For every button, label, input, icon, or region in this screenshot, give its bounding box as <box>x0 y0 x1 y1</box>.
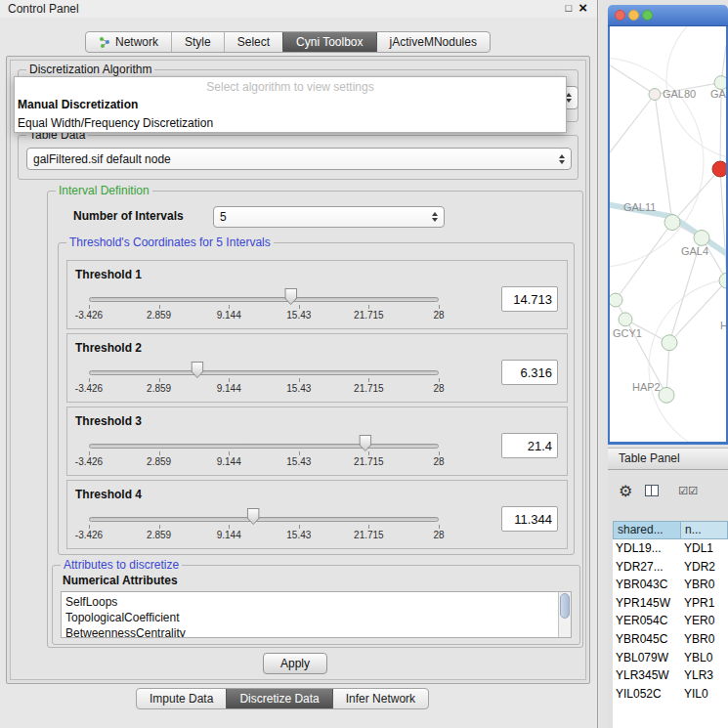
zoom-window-icon[interactable] <box>642 10 653 21</box>
slider-track[interactable] <box>89 444 439 449</box>
table-row[interactable]: YBL079WYBL0 <box>613 649 728 667</box>
table-row[interactable]: YBR043CYBR0 <box>613 576 728 594</box>
network-window-titlebar[interactable] <box>608 5 728 26</box>
threshold-slider[interactable]: -3.4262.8599.14415.4321.71528 <box>81 358 447 401</box>
table-row[interactable]: YDR27...YDR2 <box>613 558 728 577</box>
slider-thumb[interactable] <box>284 288 297 305</box>
cell-name[interactable]: YER0 <box>681 612 728 630</box>
network-node-label: HAP2 <box>632 381 661 393</box>
cell-name[interactable]: YDL1 <box>681 539 728 558</box>
cell-shared-name[interactable]: YER054C <box>613 612 681 630</box>
threshold-value-input[interactable] <box>501 360 558 385</box>
threshold-slider[interactable]: -3.4262.8599.14415.4321.71528 <box>81 284 447 327</box>
cell-name[interactable]: YIL0 <box>681 685 728 704</box>
cell-shared-name[interactable]: YLR345W <box>613 666 681 685</box>
close-window-icon[interactable] <box>615 10 625 21</box>
menu-item-equal-width-frequency[interactable]: Equal Width/Frequency Discretization <box>15 114 566 133</box>
cell-name[interactable]: YBR0 <box>681 630 728 649</box>
network-edge[interactable] <box>672 169 720 223</box>
number-of-intervals-label: Number of Intervals <box>73 209 184 223</box>
apply-button[interactable]: Apply <box>263 653 327 674</box>
scrollbar-thumb[interactable] <box>560 593 570 619</box>
threshold-value-input[interactable] <box>501 506 558 532</box>
network-edge[interactable] <box>720 169 726 280</box>
table-row[interactable]: YER054CYER0 <box>613 612 728 630</box>
algorithm-dropdown-menu: Select algorithm to view settings Manual… <box>14 76 567 133</box>
gear-icon[interactable]: ⚙ <box>619 482 632 500</box>
network-edge[interactable] <box>655 95 672 223</box>
threshold-slider[interactable]: -3.4262.8599.14415.4321.71528 <box>81 431 447 474</box>
tab-label: Discretize Data <box>239 689 319 708</box>
minimize-window-icon[interactable] <box>628 10 639 21</box>
cell-name[interactable]: YBR0 <box>681 576 728 594</box>
cell-name[interactable]: YDR2 <box>681 558 728 577</box>
tick-mark <box>229 305 230 309</box>
list-scrollbar[interactable] <box>558 592 571 637</box>
slider-thumb[interactable] <box>247 508 260 525</box>
table-panel-titlebar: Table Panel <box>608 448 728 470</box>
threshold-value-input[interactable] <box>501 433 558 458</box>
attribute-list-item[interactable]: TopologicalCoefficient <box>65 610 554 625</box>
network-canvas[interactable]: GAL80GAGAL11GAL4GCY1HHAP2 <box>608 26 728 445</box>
network-node[interactable] <box>662 335 677 351</box>
tab-infer-network[interactable]: Infer Network <box>332 689 428 708</box>
attribute-list-item[interactable]: BetweennessCentrality <box>65 625 554 637</box>
table-row[interactable]: YDL19...YDL1 <box>613 539 728 558</box>
cell-shared-name[interactable]: YBL079W <box>613 649 681 667</box>
slider-track[interactable] <box>89 370 439 375</box>
network-edge[interactable] <box>669 280 726 343</box>
cell-name[interactable]: YLR3 <box>681 666 728 685</box>
slider-track[interactable] <box>89 517 439 522</box>
number-of-intervals-combobox[interactable]: 5 <box>213 206 445 228</box>
select-columns-checkboxes-icon[interactable]: ☑☑ <box>678 485 698 497</box>
tab-discretize-data[interactable]: Discretize Data <box>226 689 331 708</box>
network-node[interactable] <box>712 161 726 177</box>
slider-thumb[interactable] <box>359 435 371 451</box>
threshold-value-input[interactable] <box>501 286 558 312</box>
slider-track[interactable] <box>89 297 439 302</box>
cell-shared-name[interactable]: YPR145W <box>613 594 681 613</box>
network-node[interactable] <box>694 231 709 246</box>
tab-network[interactable]: Network <box>86 32 171 52</box>
cell-shared-name[interactable]: YIL052C <box>613 685 681 704</box>
columns-icon[interactable] <box>645 485 659 496</box>
network-node[interactable] <box>664 215 680 231</box>
tab-select[interactable]: Select <box>224 32 282 52</box>
table-row[interactable]: YBR045CYBR0 <box>613 630 728 649</box>
network-node-label: GAL4 <box>681 245 708 257</box>
tab-style[interactable]: Style <box>171 32 224 52</box>
attribute-list-item[interactable]: SelfLoops <box>65 594 554 610</box>
table-row[interactable]: YPR145WYPR1 <box>613 594 728 613</box>
numerical-attributes-list[interactable]: SelfLoopsTopologicalCoefficientBetweenne… <box>61 591 572 638</box>
network-edge[interactable] <box>610 95 655 153</box>
tick-label: 2.859 <box>147 530 171 540</box>
tab-cyni-toolbox[interactable]: Cyni Toolbox <box>282 32 375 52</box>
float-window-icon[interactable]: □ <box>566 2 573 14</box>
menu-item-manual-discretization[interactable]: Manual Discretization <box>15 96 566 114</box>
network-node[interactable] <box>649 89 661 101</box>
network-node[interactable] <box>714 76 726 90</box>
table-row[interactable]: YIL052CYIL0 <box>613 685 728 704</box>
cell-name[interactable]: YPR1 <box>681 594 728 613</box>
table-data-combobox[interactable]: galFiltered.sif default node <box>26 148 572 170</box>
column-header-name[interactable]: n... <box>681 521 728 539</box>
close-panel-icon[interactable]: × <box>578 1 587 15</box>
network-node[interactable] <box>619 313 632 326</box>
network-node[interactable] <box>659 387 674 403</box>
cell-shared-name[interactable]: YDL19... <box>613 539 681 558</box>
tab-jactivemnodules[interactable]: jActiveMNodules <box>376 32 490 52</box>
column-header-shared-name[interactable]: shared... <box>613 521 681 539</box>
cell-shared-name[interactable]: YDR27... <box>613 558 681 577</box>
tab-impute-data[interactable]: Impute Data <box>137 689 226 708</box>
network-window: GAL80GAGAL11GAL4GCY1HHAP2 <box>608 5 728 445</box>
network-node[interactable] <box>719 273 726 288</box>
network-node[interactable] <box>610 293 622 307</box>
network-edge[interactable] <box>616 223 672 300</box>
table-data-group: Table Data galFiltered.sif default node <box>18 135 578 180</box>
table-row[interactable]: YLR345WYLR3 <box>613 666 728 685</box>
slider-thumb[interactable] <box>191 362 203 378</box>
cell-name[interactable]: YBL0 <box>681 649 728 667</box>
cell-shared-name[interactable]: YBR043C <box>613 576 681 594</box>
cell-shared-name[interactable]: YBR045C <box>613 630 681 649</box>
threshold-slider[interactable]: -3.4262.8599.14415.4321.71528 <box>81 504 447 547</box>
